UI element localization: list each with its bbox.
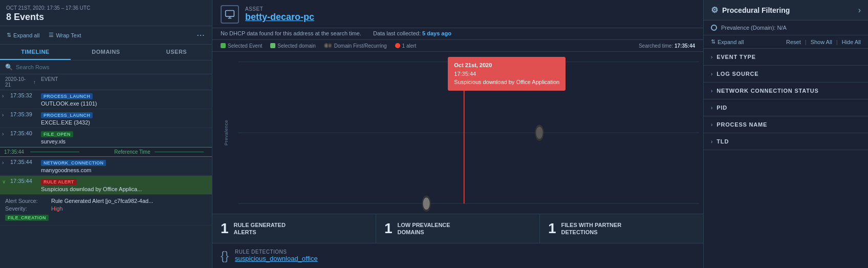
filter-chevron-icon: › <box>711 139 712 145</box>
expand-arrows-icon: ⇅ <box>711 38 715 45</box>
filter-section-header-network[interactable]: › NETWORK CONNECTION STATUS <box>704 83 868 99</box>
alert-source-value: Rule Generated Alert [jo_c7fca982-4ad... <box>51 198 153 204</box>
filter-network-label: NETWORK CONNECTION STATUS <box>717 88 818 94</box>
filter-section-network-connection-status: › NETWORK CONNECTION STATUS <box>704 83 868 99</box>
legend-domain-recurring: Domain First/Recurring <box>324 43 387 49</box>
selected-domain-label: Selected domain <box>277 43 316 49</box>
prevalence-radio[interactable] <box>711 25 717 31</box>
divider-2: | <box>836 39 838 45</box>
date-range: OCT 21ST, 2020: 17:35 – 17:36 UTC <box>6 5 206 11</box>
dhcp-text: No DHCP data found for this address at t… <box>221 30 361 36</box>
event-label: survey.xls <box>41 138 209 145</box>
event-group-2: › 17:35:39 PROCESS_LAUNCH EXCEL.EXE (343… <box>0 109 212 128</box>
event-row[interactable]: › 17:35:32 PROCESS_LAUNCH OUTLOOK.exe (1… <box>0 90 212 109</box>
ref-time-label: 17:35:44 <box>4 149 24 155</box>
stat-rule-alerts[interactable]: 1 RULE GENERATEDALERTS <box>212 214 376 243</box>
file-creation-badge: FILE_CREATION <box>5 215 49 221</box>
filter-section-event-type: › EVENT TYPE <box>704 49 868 66</box>
filter-process-name-label: PROCESS NAME <box>717 121 767 128</box>
tab-users[interactable]: USERS <box>141 45 212 60</box>
filter-chevron-icon: › <box>711 54 712 60</box>
reset-button[interactable]: Reset <box>786 39 801 45</box>
y-axis-label: Prevalence <box>224 120 229 146</box>
filter-tld-label: TLD <box>717 138 729 145</box>
stat-partner-detections[interactable]: 1 FILES WITH PARTNERDETECTIONS <box>540 214 703 243</box>
severity-value: High <box>51 205 63 212</box>
alert-dot-icon <box>395 43 400 48</box>
stat-label-detections: FILES WITH PARTNERDETECTIONS <box>561 221 622 236</box>
prevalence-row: Prevalence (Domain): N/A <box>704 20 868 35</box>
filter-section-header-event-type[interactable]: › EVENT TYPE <box>704 49 868 65</box>
right-panel-header: ⚙ Procedural Filtering › <box>704 0 868 20</box>
filter-section-header-tld[interactable]: › TLD <box>704 133 868 150</box>
more-button[interactable]: ⋯ <box>193 29 208 41</box>
filter-section-header-process-name[interactable]: › PROCESS NAME <box>704 116 868 133</box>
badge: PROCESS_LAUNCH <box>41 112 93 118</box>
filter-pid-label: PID <box>717 105 727 111</box>
asset-info: ASSET betty-decaro-pc <box>245 6 314 23</box>
filter-section-header-pid[interactable]: › PID <box>704 99 868 116</box>
rule-detections-label: RULE DETECTIONS <box>235 249 318 255</box>
ref-time-text: Reference Time <box>114 149 150 155</box>
right-expand-all-button[interactable]: ⇅ Expand all <box>711 38 744 45</box>
search-input[interactable] <box>16 64 207 70</box>
filter-chevron-icon: › <box>711 122 712 128</box>
event-label: OUTLOOK.exe (1101) <box>41 100 209 107</box>
event-time: 17:35:39 <box>10 111 39 117</box>
domain-recurring-label: Domain First/Recurring <box>334 43 387 49</box>
events-count: 8 Events <box>6 12 206 23</box>
left-panel: OCT 21ST, 2020: 17:35 – 17:36 UTC 8 Even… <box>0 0 212 268</box>
event-label: EXCEL.EXE (3432) <box>41 119 209 126</box>
tab-timeline[interactable]: TIMELINE <box>0 45 71 60</box>
event-content: RULE ALERT Suspicious download by Office… <box>41 178 209 192</box>
data-collected-text: Data last collected: 5 days ago <box>373 30 451 36</box>
event-label: manygoodness.com <box>41 167 209 173</box>
event-label: Suspicious download by Office Applica... <box>41 186 209 192</box>
severity-row: Severity: High <box>5 205 207 212</box>
event-row[interactable]: › 17:35:44 NETWORK_CONNECTION manygoodne… <box>0 157 212 175</box>
event-row[interactable]: ∨ 17:35:44 RULE ALERT Suspicious downloa… <box>0 176 212 194</box>
search-bar: 🔍 <box>0 60 212 74</box>
filter-event-type-label: EVENT TYPE <box>717 54 755 60</box>
right-panel-arrow-icon[interactable]: › <box>858 6 861 15</box>
event-row[interactable]: › 17:35:39 PROCESS_LAUNCH EXCEL.EXE (343… <box>0 109 212 128</box>
event-row[interactable]: › 17:35:40 FILE_OPEN survey.xls <box>0 128 212 147</box>
chevron-right-icon: › <box>2 112 8 118</box>
rule-name-link[interactable]: suspicious_download_office <box>235 255 318 262</box>
hide-all-button[interactable]: Hide All <box>842 39 861 45</box>
reference-time-row: 17:35:44 Reference Time <box>0 147 212 157</box>
prevalence-label: Prevalence (Domain): N/A <box>721 25 787 31</box>
alert-source-label: Alert Source: <box>5 198 51 204</box>
rule-section: {} RULE DETECTIONS suspicious_download_o… <box>212 243 703 268</box>
dhcp-bar: No DHCP data found for this address at t… <box>212 28 703 40</box>
svg-rect-0 <box>226 11 234 17</box>
stats-bar: 1 RULE GENERATEDALERTS 1 LOW PREVALENCED… <box>212 214 703 243</box>
filter-section-header-log-source[interactable]: › LOG SOURCE <box>704 66 868 82</box>
selected-event-label: Selected Event <box>228 43 262 49</box>
domain-dot-2 <box>535 126 543 140</box>
event-group-3: › 17:35:40 FILE_OPEN survey.xls <box>0 128 212 147</box>
tab-domains[interactable]: DOMAINS <box>71 45 141 60</box>
stat-low-prevalence[interactable]: 1 LOW PREVALENCEDOMAINS <box>376 214 540 243</box>
toolbar: ⇅ Expand all ☰ Wrap Text ⋯ <box>0 26 212 45</box>
ref-divider <box>30 152 79 152</box>
severity-label: Severity: <box>5 205 51 212</box>
tabs: TIMELINE DOMAINS USERS <box>0 45 212 60</box>
filter-section-log-source: › LOG SOURCE <box>704 66 868 83</box>
wrap-text-button[interactable]: ☰ Wrap Text <box>46 30 83 40</box>
stat-number-prevalence: 1 <box>384 220 393 237</box>
legend-selected-event: Selected Event <box>221 43 262 49</box>
expand-all-button[interactable]: ⇅ Expand all <box>4 30 42 40</box>
event-time: 17:35:44 <box>10 178 39 184</box>
left-header: OCT 21ST, 2020: 17:35 – 17:36 UTC 8 Even… <box>0 0 212 26</box>
wrap-icon: ☰ <box>49 32 54 38</box>
asset-name[interactable]: betty-decaro-pc <box>245 12 314 23</box>
ref-divider <box>155 152 204 152</box>
chevron-right-icon: › <box>2 160 8 166</box>
stat-label-alerts: RULE GENERATEDALERTS <box>234 221 286 236</box>
event-group-4: › 17:35:44 NETWORK_CONNECTION manygoodne… <box>0 157 212 176</box>
show-all-button[interactable]: Show All <box>811 39 832 45</box>
right-panel-title: ⚙ Procedural Filtering <box>711 5 790 15</box>
stat-label-prevalence: LOW PREVALENCEDOMAINS <box>398 221 450 236</box>
alert-dot <box>461 57 467 67</box>
